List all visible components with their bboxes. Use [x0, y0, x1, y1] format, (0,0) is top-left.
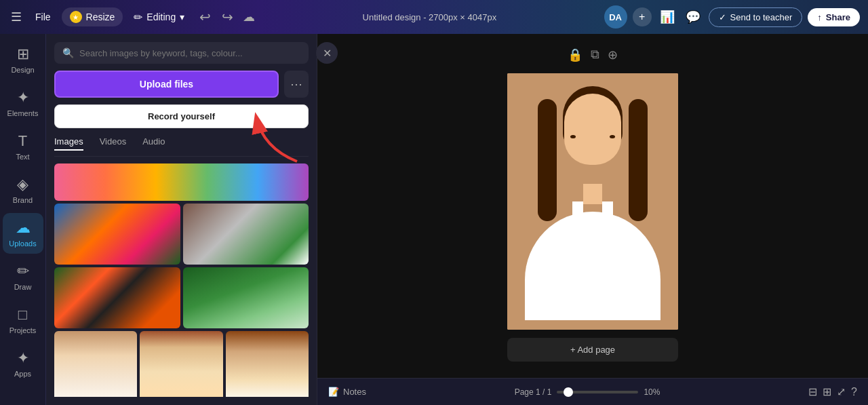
desktop-view-icon[interactable]: ⊟: [808, 385, 817, 398]
send-to-teacher-button[interactable]: ✓ Send to teacher: [709, 7, 803, 27]
list-item[interactable]: [226, 331, 309, 397]
upload-row: Upload files ⋯: [54, 71, 309, 98]
brand-icon: ◈: [17, 176, 28, 193]
sidebar-item-projects[interactable]: □ Projects: [3, 300, 43, 341]
canvas-area: 🔒 ⧉ ⊕: [317, 34, 868, 405]
chevron-down-icon: ▾: [180, 12, 184, 22]
send-check-icon: ✓: [719, 12, 726, 22]
grid-view-icon[interactable]: ⊞: [823, 385, 831, 398]
close-icon: ✕: [323, 47, 332, 60]
add-page-button[interactable]: + Add page: [507, 338, 678, 362]
page-info: Page 1 / 1 10%: [366, 387, 808, 397]
notes-label: Notes: [343, 387, 366, 397]
lock-icon[interactable]: 🔒: [568, 47, 583, 62]
share-button[interactable]: ↑ Share: [808, 8, 860, 26]
share-icon: ↑: [817, 12, 822, 22]
page-slider-thumb[interactable]: [564, 387, 573, 397]
media-tabs: Images Videos Audio: [54, 136, 309, 157]
sidebar-item-apps[interactable]: ✦ Apps: [3, 343, 43, 384]
sidebar-item-label: Text: [16, 153, 29, 161]
canvas-frame[interactable]: [507, 73, 678, 330]
sidebar-item-label: Draw: [14, 283, 32, 291]
record-yourself-button[interactable]: Record yourself: [54, 104, 309, 128]
main-content: ⊞ Design ✦ Elements T Text ◈ Brand ☁ Upl…: [0, 34, 868, 405]
help-icon[interactable]: ?: [851, 386, 857, 398]
tab-images[interactable]: Images: [54, 136, 83, 151]
projects-icon: □: [18, 306, 27, 324]
fullscreen-icon[interactable]: ⤢: [837, 385, 846, 398]
page-label: Page 1 / 1: [515, 387, 552, 397]
list-item[interactable]: [183, 267, 309, 328]
redo-button[interactable]: ↪: [218, 7, 237, 26]
comment-icon[interactable]: 💬: [683, 7, 703, 27]
sidebar-item-elements[interactable]: ✦ Elements: [3, 83, 43, 123]
sidebar-item-text[interactable]: T Text: [3, 126, 43, 167]
sidebar-item-brand[interactable]: ◈ Brand: [3, 170, 43, 210]
page-slider[interactable]: [557, 391, 638, 393]
sidebar-item-label: Brand: [13, 196, 33, 204]
sidebar-item-label: Elements: [7, 109, 39, 117]
search-icon: 🔍: [62, 47, 74, 58]
draw-icon: ✏: [17, 263, 29, 280]
add-collaborator-button[interactable]: +: [633, 7, 652, 26]
zoom-level: 10%: [644, 387, 660, 397]
undo-redo-controls: ↩ ↪: [195, 7, 237, 26]
more-options-button[interactable]: ⋯: [284, 71, 309, 98]
chart-icon[interactable]: 📊: [657, 7, 677, 27]
list-item[interactable]: [183, 204, 309, 265]
canvas-image: [507, 73, 678, 330]
resize-star-icon: ★: [70, 11, 82, 23]
table-row: [54, 267, 309, 328]
search-bar[interactable]: 🔍: [54, 42, 309, 64]
search-input[interactable]: [79, 48, 300, 58]
add-frame-icon[interactable]: ⊕: [608, 47, 618, 62]
undo-button[interactable]: ↩: [195, 7, 215, 26]
hamburger-menu-icon[interactable]: ☰: [8, 7, 24, 27]
sidebar-item-label: Design: [11, 66, 34, 74]
uploads-icon: ☁: [16, 219, 31, 237]
tab-audio[interactable]: Audio: [142, 136, 165, 151]
view-controls: ⊟ ⊞ ⤢ ?: [808, 385, 857, 398]
elements-icon: ✦: [17, 89, 29, 107]
sidebar-item-uploads[interactable]: ☁ Uploads: [3, 213, 43, 254]
table-row: [54, 204, 309, 265]
notes-icon: 📝: [328, 387, 339, 397]
resize-button[interactable]: ★ Resize: [62, 7, 123, 26]
sidebar-item-label: Apps: [14, 370, 31, 378]
apps-icon: ✦: [17, 349, 29, 367]
bottom-bar: 📝 Notes Page 1 / 1 10% ⊟ ⊞ ⤢ ?: [317, 378, 868, 405]
close-panel-button[interactable]: ✕: [316, 42, 338, 64]
pencil-icon: ✏: [134, 11, 142, 24]
text-icon: T: [18, 132, 27, 150]
sidebar-item-draw[interactable]: ✏ Draw: [3, 256, 43, 297]
list-item[interactable]: [54, 267, 180, 328]
sidebar-item-label: Projects: [9, 326, 37, 334]
list-item[interactable]: [54, 331, 137, 397]
sidebar-item-design[interactable]: ⊞ Design: [3, 39, 43, 80]
upload-files-button[interactable]: Upload files: [54, 71, 279, 98]
sidebar: ⊞ Design ✦ Elements T Text ◈ Brand ☁ Upl…: [0, 34, 46, 405]
design-icon: ⊞: [17, 45, 29, 63]
file-button[interactable]: File: [30, 9, 56, 25]
document-title: Untitled design - 2700px × 4047px: [363, 12, 497, 22]
table-row: [54, 331, 309, 397]
save-cloud-icon[interactable]: ☁: [243, 9, 255, 24]
duplicate-icon[interactable]: ⧉: [591, 47, 599, 62]
sidebar-item-label: Uploads: [9, 239, 36, 248]
list-item[interactable]: [140, 331, 222, 397]
list-item[interactable]: [54, 204, 180, 265]
list-item[interactable]: [54, 163, 309, 201]
avatar[interactable]: DA: [604, 5, 627, 28]
tab-videos[interactable]: Videos: [100, 136, 127, 151]
notes-button[interactable]: 📝 Notes: [328, 387, 366, 397]
editing-button[interactable]: ✏ Editing ▾: [128, 8, 190, 26]
table-row: [54, 163, 309, 201]
upload-panel: 🔍 Upload files ⋯ Record yourself: [46, 34, 317, 405]
images-grid: [54, 163, 309, 397]
topbar: ☰ File ★ Resize ✏ Editing ▾ ↩ ↪ ☁ Untitl…: [0, 0, 868, 34]
canvas-toolbar: 🔒 ⧉ ⊕: [568, 47, 618, 62]
